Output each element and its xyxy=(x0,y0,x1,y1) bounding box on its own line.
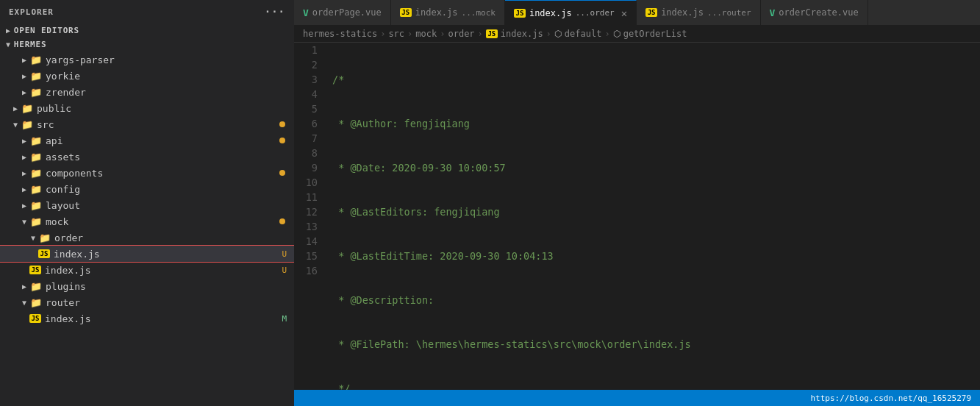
tab-label-index-router: index.js xyxy=(661,7,704,18)
sidebar-header: EXPLORER ··· xyxy=(0,0,294,24)
tab-label-orderpage: orderPage.vue xyxy=(312,7,382,18)
bc-sep-4: › xyxy=(546,29,551,39)
folder-icon-yargs-parser xyxy=(30,54,42,65)
api-badge xyxy=(279,138,285,143)
tree-item-index-router[interactable]: JS index.js M xyxy=(0,310,294,327)
ln-8: 8 xyxy=(303,146,318,160)
folder-label-plugins: plugins xyxy=(46,281,86,292)
tab-path-router: ...router xyxy=(707,8,751,18)
tree-item-layout[interactable]: ▶ layout xyxy=(0,197,294,213)
code-line-5: * @LastEditTime: 2020-09-30 10:04:13 xyxy=(332,249,974,263)
editor: V orderPage.vue JS index.js ...mock JS i… xyxy=(294,0,980,406)
index-order-badge: U xyxy=(282,249,287,259)
code-content[interactable]: /* * @Author: fengjiqiang * @Date: 2020-… xyxy=(326,43,980,390)
tab-ordercreate[interactable]: V orderCreate.vue xyxy=(761,0,868,25)
tree-item-assets[interactable]: ▶ assets xyxy=(0,149,294,165)
bc-sep-3: › xyxy=(478,29,483,39)
tree-item-yargs-parser[interactable]: ▶ yargs-parser xyxy=(0,51,294,68)
breadcrumb-part-1[interactable]: src xyxy=(388,29,404,39)
folder-icon-plugins xyxy=(30,280,42,292)
breadcrumb: hermes-statics › src › mock › order › JS… xyxy=(294,26,980,43)
folder-icon-order xyxy=(39,232,51,243)
status-bar: https://blog.csdn.net/qq_16525279 xyxy=(294,390,980,406)
hermes-label: HERMES xyxy=(14,40,47,49)
bc-sep-2: › xyxy=(440,29,445,39)
tree-item-zrender[interactable]: ▶ zrender xyxy=(0,84,294,100)
tab-close-order[interactable]: ✕ xyxy=(621,7,627,19)
breadcrumb-part-3[interactable]: order xyxy=(448,29,474,39)
code-line-2: * @Author: fengjiqiang xyxy=(332,116,974,131)
folder-icon-config xyxy=(30,183,42,195)
code-line-6: * @Descripttion: xyxy=(332,293,974,307)
breadcrumb-part-6[interactable]: getOrderList xyxy=(623,29,687,39)
sidebar-content: ▶ OPEN EDITORS ▼ HERMES ▶ yargs-parser ▶… xyxy=(0,24,294,406)
sidebar: EXPLORER ··· ▶ OPEN EDITORS ▼ HERMES ▶ y… xyxy=(0,0,294,406)
mock-badge xyxy=(279,218,285,224)
tree-item-public[interactable]: ▶ public xyxy=(0,100,294,116)
breadcrumb-part-0[interactable]: hermes-statics xyxy=(303,29,377,39)
code-line-3: * @Date: 2020-09-30 10:00:57 xyxy=(332,160,974,175)
tree-item-src[interactable]: ▼ src xyxy=(0,116,294,132)
components-badge xyxy=(279,170,285,176)
bc-js-icon: JS xyxy=(486,29,498,38)
open-editors-arrow: ▶ xyxy=(6,26,11,35)
tree-item-components[interactable]: ▶ components xyxy=(0,165,294,181)
tree-item-order[interactable]: ▼ order xyxy=(0,229,294,246)
code-line-8: */ xyxy=(332,381,974,390)
section-hermes[interactable]: ▼ HERMES xyxy=(0,38,294,51)
js-icon-index-router: JS xyxy=(29,314,41,323)
folder-label-api: api xyxy=(46,135,62,146)
folder-icon-mock xyxy=(30,216,42,227)
tree-item-index-mock[interactable]: JS index.js U xyxy=(0,262,294,278)
open-editors-label: OPEN EDITORS xyxy=(14,26,79,35)
ln-15: 15 xyxy=(303,249,318,263)
folder-label-assets: assets xyxy=(46,152,80,163)
src-badge xyxy=(279,121,285,127)
index-mock-badge: U xyxy=(282,266,287,275)
folder-icon-router xyxy=(30,296,42,308)
tab-index-router[interactable]: JS index.js ...router xyxy=(637,0,760,25)
ln-10: 10 xyxy=(303,175,318,190)
ln-3: 3 xyxy=(303,72,318,87)
js-icon-index-mock: JS xyxy=(29,266,41,274)
breadcrumb-part-2[interactable]: mock xyxy=(415,29,437,39)
tree-item-mock[interactable]: ▼ mock xyxy=(0,213,294,229)
tree-item-api[interactable]: ▶ api xyxy=(0,132,294,149)
code-line-7: * @FilePath: \hermes\hermes-statics\src\… xyxy=(332,337,974,352)
section-open-editors[interactable]: ▶ OPEN EDITORS xyxy=(0,24,294,38)
folder-label-yargs-parser: yargs-parser xyxy=(46,54,115,65)
folder-label-src: src xyxy=(37,119,54,130)
ln-2: 2 xyxy=(303,57,318,72)
folder-icon-public xyxy=(21,102,33,114)
ln-13: 13 xyxy=(303,219,318,234)
bc-sep-0: › xyxy=(380,29,385,39)
tab-orderpage[interactable]: V orderPage.vue xyxy=(294,0,391,25)
tab-index-mock[interactable]: JS index.js ...mock xyxy=(391,0,505,25)
tab-label-index-mock: index.js xyxy=(415,7,458,18)
more-icon[interactable]: ··· xyxy=(265,6,285,18)
code-area: 1 2 3 4 5 6 7 8 9 10 11 12 13 14 15 16 /… xyxy=(294,43,980,390)
tab-index-order[interactable]: JS index.js ...order ✕ xyxy=(505,0,637,25)
code-line-1: /* xyxy=(332,72,974,87)
file-label-index-mock: index.js xyxy=(45,265,91,276)
tree-item-router[interactable]: ▼ router xyxy=(0,294,294,310)
bc-sep-5: › xyxy=(604,29,609,39)
line-numbers: 1 2 3 4 5 6 7 8 9 10 11 12 13 14 15 16 xyxy=(294,43,326,390)
tree-item-plugins[interactable]: ▶ plugins xyxy=(0,278,294,294)
folder-icon-zrender xyxy=(30,86,42,98)
breadcrumb-part-4[interactable]: index.js xyxy=(501,29,543,39)
folder-icon-components xyxy=(30,167,42,179)
folder-label-public: public xyxy=(37,103,71,114)
tree-item-index-order[interactable]: JS index.js U xyxy=(0,246,294,262)
status-url: https://blog.csdn.net/qq_16525279 xyxy=(810,393,971,403)
js-icon-tab-order: JS xyxy=(514,9,526,18)
folder-icon-layout xyxy=(30,199,42,211)
ln-4: 4 xyxy=(303,87,318,102)
tree-item-yorkie[interactable]: ▶ yorkie xyxy=(0,68,294,84)
breadcrumb-part-5[interactable]: default xyxy=(565,29,602,39)
tree-item-config[interactable]: ▶ config xyxy=(0,181,294,197)
folder-label-order: order xyxy=(54,232,83,243)
js-icon-tab-mock: JS xyxy=(400,8,412,17)
explorer-title: EXPLORER xyxy=(9,7,54,17)
ln-12: 12 xyxy=(303,204,318,219)
